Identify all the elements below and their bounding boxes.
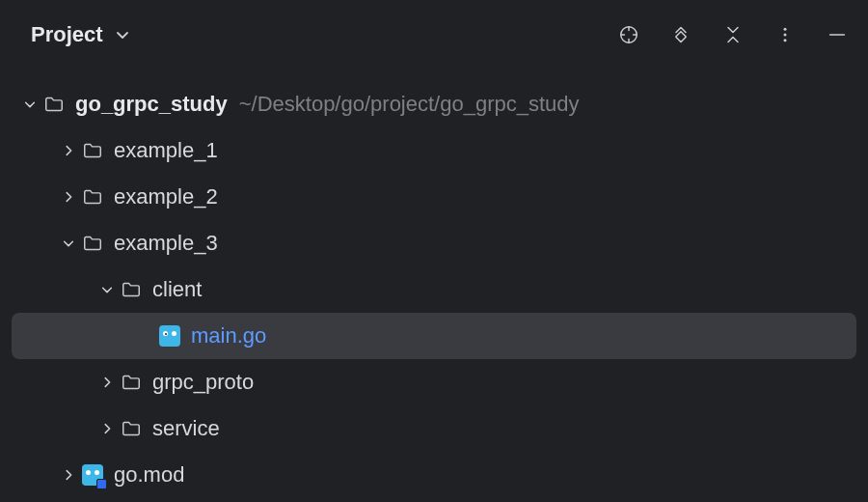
svg-point-5 (784, 28, 787, 31)
chevron-down-icon[interactable] (56, 237, 81, 250)
more-options-icon[interactable] (773, 23, 797, 46)
project-tool-window: Project (0, 0, 868, 502)
tree-node-label: example_3 (114, 231, 218, 256)
tree-node-file[interactable]: go.mod (12, 452, 856, 498)
collapse-all-icon[interactable] (721, 23, 745, 46)
chevron-right-icon[interactable] (95, 376, 120, 389)
chevron-right-icon[interactable] (95, 422, 120, 435)
hide-panel-icon[interactable] (826, 23, 849, 46)
select-opened-file-icon[interactable] (617, 23, 640, 46)
project-tree[interactable]: go_grpc_study ~/Desktop/go/project/go_gr… (0, 60, 868, 498)
tree-node-folder[interactable]: example_1 (12, 127, 856, 174)
tree-node-path-hint: ~/Desktop/go/project/go_grpc_study (239, 92, 580, 117)
go-file-icon (158, 324, 181, 348)
project-view-selector[interactable]: Project (31, 22, 134, 47)
folder-icon (81, 185, 104, 209)
tree-node-label: example_2 (114, 184, 218, 209)
tree-node-label: go_grpc_study (75, 92, 228, 117)
folder-icon (81, 139, 104, 162)
tree-node-label: go.mod (114, 462, 184, 488)
folder-icon (120, 417, 143, 440)
project-header-actions (617, 23, 849, 46)
chevron-down-icon[interactable] (95, 283, 120, 296)
folder-icon (120, 278, 143, 301)
tree-node-label: example_1 (114, 138, 218, 163)
tree-node-folder[interactable]: client (12, 266, 856, 313)
tree-node-label: grpc_proto (152, 370, 254, 395)
chevron-down-icon[interactable] (17, 98, 42, 111)
tree-node-label: main.go (191, 323, 266, 349)
tree-node-folder[interactable]: example_3 (12, 220, 856, 266)
chevron-down-icon (111, 23, 134, 46)
folder-icon (42, 93, 66, 116)
tree-node-folder[interactable]: service (12, 405, 856, 452)
tree-node-folder[interactable]: example_2 (12, 174, 856, 220)
chevron-right-icon[interactable] (56, 468, 81, 482)
project-title: Project (31, 22, 103, 47)
go-mod-icon (81, 463, 104, 487)
expand-all-icon[interactable] (669, 23, 692, 46)
chevron-right-icon[interactable] (56, 190, 81, 204)
tree-node-root[interactable]: go_grpc_study ~/Desktop/go/project/go_gr… (12, 81, 856, 127)
tree-node-file-selected[interactable]: main.go (12, 313, 856, 359)
tree-node-label: service (152, 416, 220, 441)
folder-icon (81, 232, 104, 255)
tree-node-label: client (152, 277, 202, 302)
svg-point-7 (784, 39, 787, 42)
tree-node-folder[interactable]: grpc_proto (12, 359, 856, 405)
folder-icon (120, 371, 143, 394)
svg-point-6 (784, 34, 787, 37)
chevron-right-icon[interactable] (56, 144, 81, 157)
project-header: Project (0, 10, 868, 60)
